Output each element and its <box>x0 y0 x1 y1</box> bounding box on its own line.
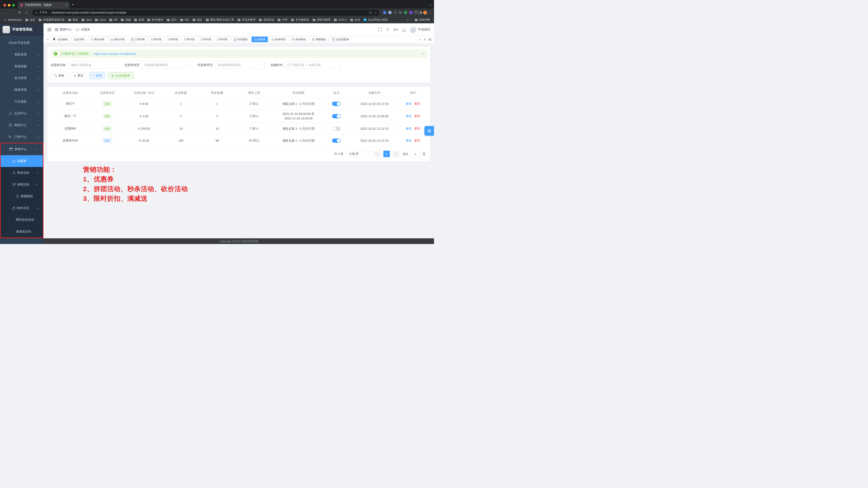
delete-link[interactable]: 删除 <box>414 127 421 131</box>
language-icon[interactable]: 文A <box>393 28 398 32</box>
bell-icon[interactable] <box>402 29 405 31</box>
goto-input[interactable] <box>410 151 421 157</box>
bookmark-item[interactable]: DB <box>107 18 119 22</box>
browser-menu-icon[interactable]: ⋮ <box>429 11 432 15</box>
bookmarks-overflow-chevron[interactable]: » <box>407 18 409 21</box>
bookmark-item[interactable]: Java开发|小组目 <box>362 18 390 22</box>
sidebar-menu-item[interactable]: 支付管理 <box>0 72 43 84</box>
sidebar-menu-item[interactable]: 系统管理 <box>0 49 43 60</box>
coupon-name-input[interactable] <box>71 63 116 66</box>
tags-refresh-icon[interactable]: ↻ <box>424 38 426 41</box>
edit-link[interactable]: 修改 <box>406 102 412 106</box>
extension-icon[interactable] <box>409 11 412 14</box>
bookmark-item[interactable]: 生活 <box>348 18 362 22</box>
bookmark-item[interactable]: PHP <box>276 18 289 22</box>
delete-link[interactable]: 删除 <box>414 114 421 118</box>
bookmark-item[interactable]: 软件/硬件 <box>146 18 165 22</box>
bookmark-item[interactable]: 搜索 <box>66 18 80 22</box>
sidebar-menu-item[interactable]: 拼团活动 <box>1 179 43 191</box>
tags-scroll-right-icon[interactable]: » <box>419 38 421 41</box>
delete-link[interactable]: 删除 <box>414 102 421 106</box>
extension-icon[interactable] <box>394 11 397 14</box>
home-button[interactable]: ⌂ <box>24 11 29 15</box>
bookmark-item[interactable]: 资讯未整理 <box>236 18 257 22</box>
date-range-picker[interactable]: 开始日期 – 结束日期 <box>285 61 340 68</box>
search-button[interactable]: 搜索 <box>51 72 68 79</box>
tags-layout-icon[interactable] <box>429 38 432 41</box>
edit-link[interactable]: 修改 <box>406 127 412 131</box>
bookmark-item[interactable]: 前端 <box>119 18 132 22</box>
extension-icon[interactable] <box>404 11 407 14</box>
page-size-select[interactable]: 10条/页 <box>346 151 371 157</box>
status-toggle[interactable] <box>332 114 341 118</box>
add-button[interactable]: + 新增 <box>89 72 105 79</box>
new-tab-button[interactable]: + <box>72 2 74 7</box>
prev-page-button[interactable]: ‹ <box>374 151 380 157</box>
sidebar-menu-item[interactable]: 报表管理 <box>0 84 43 96</box>
tag-item[interactable]: 订单详情 <box>215 36 230 42</box>
bookmark-item[interactable]: 近期需要读的文章 <box>37 18 66 22</box>
status-toggle[interactable] <box>332 126 341 131</box>
bookmark-item[interactable]: 运营 <box>24 18 37 22</box>
other-bookmarks[interactable]: 其他书签 <box>413 18 432 22</box>
sidebar-menu-item[interactable]: 限时折扣活动 <box>1 214 43 226</box>
tag-item[interactable]: 售后退款 <box>231 36 250 42</box>
settings-gear-button[interactable]: ⚙ <box>425 126 434 136</box>
tag-item[interactable]: 秒杀商品 <box>289 36 308 42</box>
coupon-status-select[interactable]: 请选择优惠券状态 <box>215 61 265 68</box>
alert-close-icon[interactable]: × <box>422 52 424 56</box>
sidebar-menu-item[interactable]: 砍价活动 <box>1 202 43 214</box>
tag-item[interactable]: 订单列表 <box>128 36 148 42</box>
tags-scroll-left-icon[interactable]: « <box>46 38 49 41</box>
bookmark-star-icon[interactable]: ☆ <box>374 11 377 14</box>
tag-item[interactable]: 商品列表 <box>88 36 107 42</box>
reset-button[interactable]: ↻ 重置 <box>70 72 87 79</box>
user-menu[interactable]: 芋道源码 <box>410 26 430 33</box>
tag-item[interactable]: 商品详情 <box>108 36 127 42</box>
tag-item[interactable]: 拼团商品 <box>310 36 329 42</box>
sidebar-menu-item[interactable]: 订单中心 <box>0 131 43 143</box>
zoom-window-icon[interactable] <box>12 4 15 6</box>
bookmark-item[interactable]: 博客未整理 <box>311 18 333 22</box>
delete-link[interactable]: 删除 <box>414 139 421 143</box>
member-coupon-button[interactable]: 会员优惠券 <box>108 72 133 79</box>
edit-link[interactable]: 修改 <box>406 139 412 143</box>
bookmark-item[interactable]: 文件服务器 <box>289 18 311 22</box>
browser-tab[interactable]: 芋道管理系统 - 优惠券 × <box>18 2 69 8</box>
edit-link[interactable]: 修改 <box>406 114 412 118</box>
tag-item[interactable]: 订单详情 <box>165 36 181 42</box>
status-toggle[interactable] <box>332 102 341 106</box>
next-page-button[interactable]: › <box>393 151 399 157</box>
coupon-type-select[interactable]: 请选择优惠券类型 <box>142 61 192 68</box>
tag-item[interactable]: 会员标签 <box>51 36 70 42</box>
bookmark-item[interactable]: 其他语言 <box>257 18 276 22</box>
address-bar[interactable]: ⚠ 不安全 | dashboard-vue3.yudao.iocoder.cn/… <box>32 9 380 16</box>
bookmark-item[interactable]: Java <box>80 18 93 22</box>
status-toggle[interactable] <box>332 138 341 143</box>
table-row[interactable]: 优惠券AAA 折扣 ¥ 10.00 100 99 10 张/人 领取后第 1 -… <box>52 135 426 147</box>
extension-icon[interactable] <box>399 11 402 14</box>
tag-item[interactable]: 订单详情 <box>198 36 214 42</box>
tag-item[interactable]: 会员详情 <box>71 36 87 42</box>
sidebar-menu-item[interactable]: 优惠券 <box>1 155 43 167</box>
bookmark-item[interactable]: 项目 <box>191 18 204 22</box>
extensions-puzzle-icon[interactable] <box>414 11 417 14</box>
sidebar-menu-item[interactable]: 营销中心 <box>1 143 43 155</box>
extension-icon[interactable] <box>388 11 392 14</box>
browser-profile-avatar[interactable] <box>423 11 427 15</box>
bookmark-item[interactable]: 网站/博客/文章/工具 <box>204 18 236 22</box>
alert-link[interactable]: https://doc.iocoder.cn/mall/build/ <box>94 52 136 56</box>
fullscreen-icon[interactable] <box>378 28 382 31</box>
tab-search-chevron-icon[interactable] <box>430 3 432 6</box>
tag-item[interactable]: 秒杀时段 <box>269 36 288 42</box>
sidebar-menu-item[interactable]: 会员中心 <box>0 108 43 119</box>
table-row[interactable]: 测试下 满减 ¥ 4.00 1 1 2 张/人 领取后第 1 - 3 天内可用 <box>52 98 426 110</box>
sidebar-menu-item[interactable]: Cloud 开发文档 <box>0 37 43 49</box>
extension-icon[interactable] <box>383 11 386 14</box>
sidebar-menu-item[interactable]: 秒杀活动 <box>1 167 43 179</box>
bookmark-item[interactable]: IDE <box>179 18 191 22</box>
font-size-icon[interactable]: Tr <box>386 28 389 31</box>
table-row[interactable]: 测试一下 满减 ¥ 1.00 2 2 3 张/人 2022-11-24 00:0… <box>52 110 426 123</box>
share-icon[interactable] <box>369 12 372 13</box>
sidebar-menu-item[interactable]: 拼团商品 <box>1 191 43 202</box>
